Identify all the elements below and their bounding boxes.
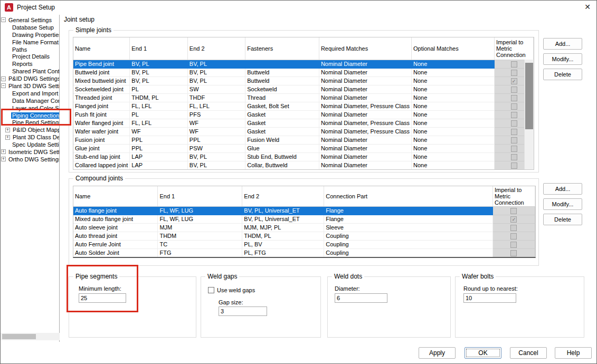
wafer-bolts-round-input[interactable]: [463, 293, 516, 303]
tree-item[interactable]: −General Settings: [0, 16, 59, 24]
table-row[interactable]: Auto flange jointFL, WF, LUGBV, PL, Univ…: [73, 207, 535, 215]
cell-name: Wafer wafer joint: [73, 128, 130, 136]
tree-item[interactable]: Piping Connection Settings: [0, 112, 59, 119]
tree-item[interactable]: Layer and Color Settings: [0, 104, 59, 112]
table-row[interactable]: Mixed auto flange jointFL, WF, LUGBV, PL…: [73, 215, 535, 224]
table-row[interactable]: Pipe Bend jointBV, PLBV, PLNominal Diame…: [73, 60, 534, 69]
expand-icon[interactable]: +: [1, 149, 6, 154]
table-row[interactable]: Buttweld jointBV, PLBV, PLButtweldNomina…: [73, 69, 534, 77]
table-row[interactable]: Auto thread jointTHDMTHDM, PLCoupling: [73, 232, 535, 241]
tree-item[interactable]: File Name Format: [0, 39, 59, 46]
tree-item[interactable]: Reports: [0, 60, 59, 68]
imperial-metric-checkbox-cell[interactable]: [492, 249, 535, 257]
tree-item[interactable]: Spec Update Settings: [0, 141, 59, 148]
compound-add-button[interactable]: Add...: [543, 183, 582, 195]
column-header[interactable]: Required Matches: [319, 37, 411, 60]
tree-item[interactable]: −Plant 3D DWG Settings: [0, 82, 59, 90]
scrollbar-thumb[interactable]: [2, 334, 36, 339]
tree-item[interactable]: +Isometric DWG Settings: [0, 148, 59, 156]
column-header[interactable]: Optional Matches: [412, 37, 495, 60]
tree-item-label: Pipe Bend Settings: [11, 119, 59, 126]
minimum-length-input[interactable]: [79, 293, 126, 303]
simple-table-scrollbar[interactable]: [524, 60, 534, 169]
cell-part: Sleeve: [324, 224, 493, 232]
scrollbar-thumb[interactable]: [525, 63, 533, 129]
table-row[interactable]: Auto Ferrule JointTCPL, BVCoupling: [73, 241, 535, 249]
tree-item[interactable]: Shared Plant Content: [0, 68, 59, 75]
cell-name: Buttweld joint: [73, 69, 130, 77]
gap-size-input[interactable]: [219, 306, 267, 316]
table-row[interactable]: Collared lapped jointLAPBV, PLCollar, Bu…: [73, 161, 534, 170]
table-row[interactable]: Auto Solder JointFTGPL, FTGCoupling: [73, 249, 535, 257]
tree-item-label: Export and Import Settings: [11, 90, 59, 97]
tree-item[interactable]: +Ortho DWG Settings: [0, 156, 59, 163]
imperial-metric-checkbox-cell[interactable]: [492, 232, 535, 241]
column-header[interactable]: Name: [73, 186, 158, 207]
table-row[interactable]: Threaded jointTHDM, PLTHDFThreadNominal …: [73, 94, 534, 102]
simple-add-button[interactable]: Add...: [543, 38, 582, 50]
imperial-metric-checkbox-cell[interactable]: [492, 224, 535, 232]
table-row[interactable]: Wafer wafer jointWFWFGasketNominal Diame…: [73, 128, 534, 136]
column-header[interactable]: End 1: [130, 37, 188, 60]
tree-horizontal-scrollbar[interactable]: [0, 333, 60, 340]
imperial-metric-checkbox-cell[interactable]: ✓: [492, 215, 535, 224]
imperial-metric-checkbox-cell[interactable]: [492, 207, 535, 215]
table-row[interactable]: Push fit jointPLPFSGasketNominal Diamete…: [73, 111, 534, 119]
weld-dots-group: Weld dots Diameter:: [327, 276, 451, 338]
expand-icon[interactable]: +: [1, 157, 6, 161]
cell-end1: BV, PL: [130, 77, 188, 85]
cell-name: Auto Solder Joint: [73, 249, 158, 257]
cell-part: Coupling: [324, 241, 493, 249]
close-icon[interactable]: ✕: [584, 3, 591, 11]
cell-end2: BV, PL: [187, 60, 245, 69]
simple-delete-button[interactable]: Delete: [543, 69, 582, 80]
column-header[interactable]: Name: [73, 37, 130, 60]
tree-item[interactable]: Pipe Bend Settings: [0, 119, 59, 126]
cell-required: Nominal Diameter: [319, 153, 411, 161]
collapse-icon[interactable]: −: [1, 83, 6, 88]
compound-modify-button[interactable]: Modify...: [543, 198, 582, 210]
column-header[interactable]: End 2: [187, 37, 245, 60]
weld-dot-diameter-input[interactable]: [335, 293, 387, 303]
table-row[interactable]: Fusion jointPPLPPLFusion WeldNominal Dia…: [73, 136, 534, 145]
tree-item-label: P&ID Object Mapping: [12, 127, 59, 133]
tree-item[interactable]: Data Manager Configuration: [0, 97, 59, 104]
column-header[interactable]: End 1: [158, 186, 242, 207]
tree-item[interactable]: Export and Import Settings: [0, 90, 59, 97]
tree-item[interactable]: Database Setup: [0, 24, 59, 31]
column-header[interactable]: Connection Part: [324, 186, 493, 207]
apply-button[interactable]: Apply: [419, 347, 456, 359]
table-row[interactable]: Auto sleeve jointMJMMJM, MJP, PLSleeve: [73, 224, 535, 232]
table-row[interactable]: Glue jointPPLPSWGlueNominal DiameterNone: [73, 145, 534, 153]
cancel-button[interactable]: Cancel: [510, 347, 547, 359]
tree-item[interactable]: −P&ID DWG Settings: [0, 75, 59, 82]
tree-item[interactable]: +P&ID Object Mapping: [0, 126, 59, 133]
simple-modify-button[interactable]: Modify...: [543, 53, 582, 65]
collapse-icon[interactable]: −: [1, 76, 6, 81]
table-row[interactable]: Wafer flanged jointFL, LFLWFGasketNomina…: [73, 119, 534, 128]
wafer-bolts-round-label: Round up to nearest:: [463, 285, 518, 292]
table-row[interactable]: Flanged jointFL, LFLFL, LFLGasket, Bolt …: [73, 102, 534, 111]
table-row[interactable]: Mixed buttweld jointBV, PLBV, PLButtweld…: [73, 77, 534, 85]
expand-icon[interactable]: +: [5, 135, 10, 140]
expand-icon[interactable]: +: [5, 128, 10, 132]
column-header[interactable]: End 2: [242, 186, 324, 207]
column-header[interactable]: Imperial to Metric Connection: [495, 37, 534, 60]
simple-joints-group-label: Simple joints: [73, 26, 113, 34]
table-row[interactable]: Socketwelded jointPLSWSocketweldNominal …: [73, 85, 534, 94]
collapse-icon[interactable]: −: [1, 17, 6, 22]
use-weld-gaps-checkbox[interactable]: [208, 287, 214, 293]
cell-end1: FTG: [158, 249, 242, 257]
tree-item[interactable]: Drawing Properties: [0, 31, 59, 39]
column-header[interactable]: Imperial to Metric Connection: [492, 186, 535, 207]
table-row[interactable]: Stub-end lap jointLAPBV, PLStub End, But…: [73, 153, 534, 161]
tree-item[interactable]: +Plant 3D Class Definitions: [0, 133, 59, 141]
ok-button[interactable]: OK: [465, 347, 501, 359]
imperial-metric-checkbox-cell[interactable]: [492, 241, 535, 249]
column-header[interactable]: Fasteners: [245, 37, 319, 60]
tree-item[interactable]: Paths: [0, 46, 59, 53]
compound-delete-button[interactable]: Delete: [543, 214, 582, 225]
tree-item[interactable]: Project Details: [0, 53, 59, 60]
cell-required: Nominal Diameter: [319, 69, 411, 77]
help-button[interactable]: Help: [555, 347, 592, 359]
